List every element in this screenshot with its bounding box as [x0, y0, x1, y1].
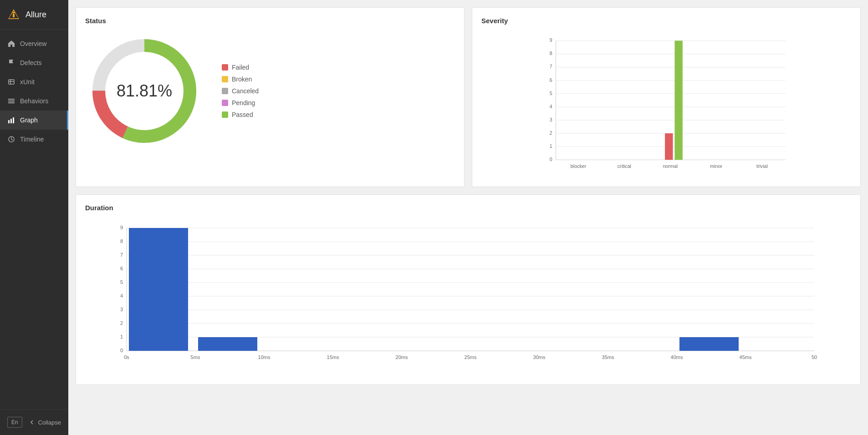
legend-item-passed: Passed — [222, 111, 259, 118]
dur-bar-0 — [129, 228, 188, 351]
y-tick-2: 2 — [550, 130, 552, 136]
svg-rect-8 — [8, 99, 15, 100]
legend-label-pending: Pending — [232, 99, 255, 106]
dur-x-10: 50 — [812, 354, 817, 360]
legend-label-failed: Failed — [232, 64, 249, 71]
svg-rect-5 — [9, 80, 14, 84]
top-row: Status — [76, 7, 861, 187]
y-tick-5: 5 — [550, 91, 552, 96]
sidebar-label-defects: Defects — [20, 59, 41, 66]
y-tick-9: 9 — [550, 37, 552, 43]
dur-x-0: 0s — [124, 354, 129, 360]
severity-chart-svg: 0 1 2 3 4 5 6 7 8 9 — [481, 32, 851, 177]
status-card: Status — [76, 7, 465, 187]
y-tick-3: 3 — [550, 117, 552, 122]
home-icon — [7, 40, 15, 48]
legend-label-canceled: Canceled — [232, 87, 259, 95]
main-content: Status — [68, 0, 868, 435]
y-tick-1: 1 — [550, 143, 552, 149]
dur-y-7: 7 — [120, 252, 123, 258]
flag-icon — [7, 59, 15, 67]
app-title: Allure — [26, 10, 46, 20]
svg-rect-3 — [13, 14, 15, 17]
dur-bar-2 — [198, 337, 257, 351]
dur-y-1: 1 — [120, 334, 123, 339]
dur-x-4: 20ms — [396, 354, 408, 360]
sidebar-item-defects[interactable]: Defects — [0, 53, 68, 72]
sidebar-label-behaviors: Behaviors — [20, 97, 48, 105]
duration-card: Duration 0 1 2 3 4 5 6 — [76, 194, 861, 385]
severity-title: Severity — [481, 17, 851, 25]
status-legend: Failed Broken Canceled Pending — [222, 64, 259, 118]
legend-color-pending — [222, 100, 228, 106]
y-tick-7: 7 — [550, 64, 552, 69]
donut-center: 81.81% — [117, 81, 172, 101]
dur-x-2: 10ms — [258, 354, 271, 360]
x-label-minor: minor — [710, 163, 722, 169]
legend-color-broken — [222, 76, 228, 82]
legend-label-passed: Passed — [232, 111, 253, 118]
sidebar-item-timeline[interactable]: Timeline — [0, 130, 68, 149]
svg-rect-10 — [8, 102, 15, 103]
dur-y-3: 3 — [120, 307, 123, 312]
bottom-row: Duration 0 1 2 3 4 5 6 — [76, 194, 861, 385]
dur-y-4: 4 — [120, 293, 123, 298]
x-label-trivial: trivial — [756, 163, 768, 169]
dur-x-8: 40ms — [671, 354, 683, 360]
collapse-icon — [29, 419, 35, 425]
dur-x-6: 30ms — [533, 354, 546, 360]
dur-x-7: 35ms — [602, 354, 614, 360]
y-tick-4: 4 — [550, 104, 552, 109]
dur-y-2: 2 — [120, 320, 123, 326]
legend-item-broken: Broken — [222, 76, 259, 83]
sidebar-label-xunit: xUnit — [20, 78, 35, 86]
dur-x-9: 45ms — [740, 354, 752, 360]
status-content: 81.81% Failed Broken Canceled — [85, 32, 455, 150]
legend-label-broken: Broken — [232, 76, 252, 83]
sidebar: Allure Overview Defects xUnit Behaviors — [0, 0, 68, 435]
legend-color-canceled — [222, 88, 228, 94]
y-tick-8: 8 — [550, 51, 552, 56]
x-label-critical: critical — [618, 163, 631, 169]
svg-rect-12 — [10, 119, 12, 123]
collapse-button[interactable]: Collapse — [29, 419, 61, 426]
dur-x-1: 5ms — [191, 354, 200, 360]
sidebar-item-overview[interactable]: Overview — [0, 34, 68, 53]
donut-chart: 81.81% — [85, 32, 204, 150]
dur-y-5: 5 — [120, 279, 123, 285]
sidebar-label-overview: Overview — [20, 40, 46, 47]
donut-percent: 81.81% — [117, 81, 172, 100]
svg-rect-13 — [13, 117, 14, 123]
legend-item-failed: Failed — [222, 64, 259, 71]
dur-y-6: 6 — [120, 266, 123, 271]
language-button[interactable]: En — [7, 417, 22, 428]
dur-y-8: 8 — [120, 238, 123, 244]
y-tick-0: 0 — [550, 157, 552, 162]
duration-chart-svg: 0 1 2 3 4 5 6 7 8 9 — [85, 219, 851, 374]
legend-item-pending: Pending — [222, 99, 259, 106]
sidebar-label-graph: Graph — [20, 116, 38, 124]
behaviors-icon — [7, 97, 15, 105]
legend-item-canceled: Canceled — [222, 87, 259, 95]
dur-x-3: 15ms — [327, 354, 339, 360]
sidebar-item-xunit[interactable]: xUnit — [0, 72, 68, 91]
sidebar-nav: Overview Defects xUnit Behaviors Graph — [0, 30, 68, 409]
legend-color-passed — [222, 111, 228, 118]
duration-title: Duration — [85, 204, 851, 212]
xunit-icon — [7, 78, 15, 86]
svg-rect-4 — [13, 12, 15, 13]
x-label-normal: normal — [663, 163, 678, 169]
severity-card: Severity 0 1 2 3 4 5 — [472, 7, 861, 187]
sidebar-item-behaviors[interactable]: Behaviors — [0, 91, 68, 111]
sidebar-footer: En Collapse — [0, 409, 68, 435]
legend-color-failed — [222, 64, 228, 71]
dur-y-9: 9 — [120, 225, 123, 230]
svg-rect-11 — [8, 120, 10, 123]
timeline-icon — [7, 135, 15, 143]
sidebar-item-graph[interactable]: Graph — [0, 111, 68, 130]
y-tick-6: 6 — [550, 77, 552, 83]
status-title: Status — [85, 17, 455, 25]
severity-bar-normal-failed — [665, 133, 673, 160]
dur-x-5: 25ms — [465, 354, 477, 360]
allure-logo-icon — [6, 7, 21, 22]
